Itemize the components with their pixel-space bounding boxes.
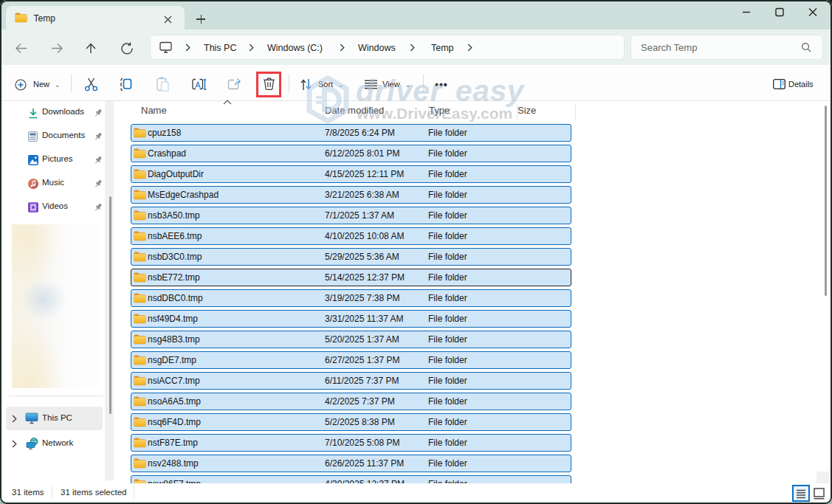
- svg-text:A: A: [195, 80, 201, 89]
